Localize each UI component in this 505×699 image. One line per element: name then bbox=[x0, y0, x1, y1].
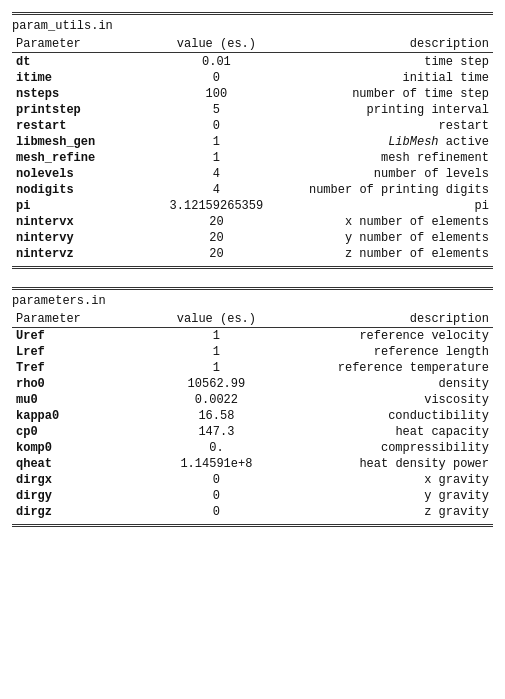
param-description: reference temperature bbox=[277, 360, 493, 376]
param-name: dt bbox=[12, 54, 156, 70]
param-name: komp0 bbox=[12, 440, 156, 456]
param-value: 1 bbox=[156, 344, 276, 360]
param-value: 4 bbox=[156, 182, 276, 198]
table-row: itime0initial time bbox=[12, 70, 493, 86]
param-description: heat capacity bbox=[277, 424, 493, 440]
param-table: Parametervalue (es.)descriptiondt0.01tim… bbox=[12, 36, 493, 262]
param-description: restart bbox=[277, 118, 493, 134]
bottom-double-rule bbox=[12, 524, 493, 527]
param-description: y number of elements bbox=[277, 230, 493, 246]
table-row: nintervy20y number of elements bbox=[12, 230, 493, 246]
param-description: x number of elements bbox=[277, 214, 493, 230]
param-description: LibMesh active bbox=[277, 134, 493, 150]
param-description: density bbox=[277, 376, 493, 392]
param-description: z gravity bbox=[277, 504, 493, 520]
table-row: libmesh_gen1LibMesh active bbox=[12, 134, 493, 150]
param-description: number of time step bbox=[277, 86, 493, 102]
table-row: pi3.12159265359pi bbox=[12, 198, 493, 214]
param-name: nodigits bbox=[12, 182, 156, 198]
param-name: Uref bbox=[12, 328, 156, 344]
param-name: restart bbox=[12, 118, 156, 134]
param-description: initial time bbox=[277, 70, 493, 86]
table-row: nintervz20z number of elements bbox=[12, 246, 493, 262]
param-description: number of printing digits bbox=[277, 182, 493, 198]
param-value: 0 bbox=[156, 488, 276, 504]
col-header-2: description bbox=[277, 311, 493, 328]
table-row: komp00.compressibility bbox=[12, 440, 493, 456]
col-header-0: Parameter bbox=[12, 311, 156, 328]
param-value: 0 bbox=[156, 472, 276, 488]
param-value: 0 bbox=[156, 118, 276, 134]
section-1: parameters.inParametervalue (es.)descrip… bbox=[12, 287, 493, 528]
table-row: nintervx20x number of elements bbox=[12, 214, 493, 230]
param-description: time step bbox=[277, 54, 493, 70]
param-value: 1 bbox=[156, 360, 276, 376]
param-name: printstep bbox=[12, 102, 156, 118]
param-description: z number of elements bbox=[277, 246, 493, 262]
col-header-1: value (es.) bbox=[156, 36, 276, 53]
table-row: kappa016.58conductibility bbox=[12, 408, 493, 424]
param-value: 100 bbox=[156, 86, 276, 102]
table-row: qheat1.14591e+8heat density power bbox=[12, 456, 493, 472]
param-value: 0.01 bbox=[156, 54, 276, 70]
param-name: nintervx bbox=[12, 214, 156, 230]
table-row: Uref1reference velocity bbox=[12, 328, 493, 344]
section-title: param_utils.in bbox=[12, 19, 493, 34]
table-row: mesh_refine1mesh refinement bbox=[12, 150, 493, 166]
param-name: Tref bbox=[12, 360, 156, 376]
param-value: 1.14591e+8 bbox=[156, 456, 276, 472]
table-row: nodigits4number of printing digits bbox=[12, 182, 493, 198]
param-description: reference length bbox=[277, 344, 493, 360]
param-value: 16.58 bbox=[156, 408, 276, 424]
table-row: dirgx0x gravity bbox=[12, 472, 493, 488]
param-name: libmesh_gen bbox=[12, 134, 156, 150]
bottom-double-rule bbox=[12, 266, 493, 269]
param-value: 5 bbox=[156, 102, 276, 118]
param-description: mesh refinement bbox=[277, 150, 493, 166]
param-description: number of levels bbox=[277, 166, 493, 182]
app: param_utils.inParametervalue (es.)descri… bbox=[12, 12, 493, 527]
table-row: Lref1reference length bbox=[12, 344, 493, 360]
section-0: param_utils.inParametervalue (es.)descri… bbox=[12, 12, 493, 279]
param-value: 4 bbox=[156, 166, 276, 182]
param-name: nolevels bbox=[12, 166, 156, 182]
table-row: dirgy0y gravity bbox=[12, 488, 493, 504]
param-name: nintervy bbox=[12, 230, 156, 246]
param-description: compressibility bbox=[277, 440, 493, 456]
col-header-2: description bbox=[277, 36, 493, 53]
table-row: rho010562.99density bbox=[12, 376, 493, 392]
param-value: 1 bbox=[156, 134, 276, 150]
param-description: y gravity bbox=[277, 488, 493, 504]
param-value: 3.12159265359 bbox=[156, 198, 276, 214]
col-header-1: value (es.) bbox=[156, 311, 276, 328]
param-value: 1 bbox=[156, 150, 276, 166]
table-row: mu00.0022viscosity bbox=[12, 392, 493, 408]
top-double-rule bbox=[12, 12, 493, 15]
table-row: printstep5printing interval bbox=[12, 102, 493, 118]
param-name: qheat bbox=[12, 456, 156, 472]
param-description: reference velocity bbox=[277, 328, 493, 344]
param-name: dirgx bbox=[12, 472, 156, 488]
param-value: 20 bbox=[156, 230, 276, 246]
table-header-row: Parametervalue (es.)description bbox=[12, 36, 493, 53]
section-gap bbox=[12, 273, 493, 279]
param-name: cp0 bbox=[12, 424, 156, 440]
param-value: 147.3 bbox=[156, 424, 276, 440]
table-row: restart0restart bbox=[12, 118, 493, 134]
param-description: pi bbox=[277, 198, 493, 214]
param-value: 0.0022 bbox=[156, 392, 276, 408]
section-title: parameters.in bbox=[12, 294, 493, 309]
param-name: nintervz bbox=[12, 246, 156, 262]
param-name: Lref bbox=[12, 344, 156, 360]
top-double-rule bbox=[12, 287, 493, 290]
param-description: viscosity bbox=[277, 392, 493, 408]
param-description: printing interval bbox=[277, 102, 493, 118]
param-description: x gravity bbox=[277, 472, 493, 488]
param-name: dirgy bbox=[12, 488, 156, 504]
param-name: pi bbox=[12, 198, 156, 214]
param-name: kappa0 bbox=[12, 408, 156, 424]
param-name: nsteps bbox=[12, 86, 156, 102]
param-description: heat density power bbox=[277, 456, 493, 472]
param-value: 20 bbox=[156, 214, 276, 230]
table-row: Tref1reference temperature bbox=[12, 360, 493, 376]
